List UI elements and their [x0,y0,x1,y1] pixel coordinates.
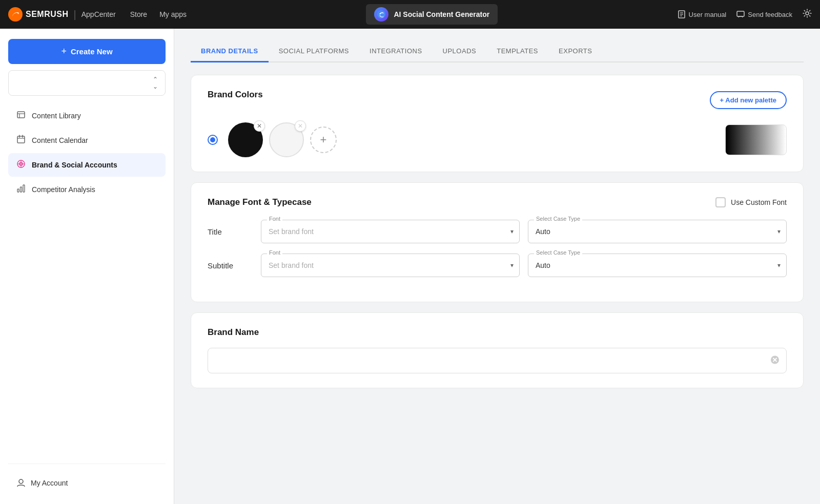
brand-name-card: Brand Name [191,312,804,388]
book-icon [678,10,686,18]
case-label-subtitle: Select Case Type [534,249,582,256]
subtitle-case-wrapper: Select Case Type Auto ▾ [528,254,787,277]
content-calendar-label: Content Calendar [32,136,88,144]
create-new-button[interactable]: + Create New [8,39,166,64]
topnav: SEMRUSH | AppCenter Store My apps AI Soc… [0,0,820,29]
use-custom-font-toggle[interactable]: Use Custom Font [715,197,787,207]
semrush-logo-icon [8,7,23,22]
sidebar: + Create New ⌃⌄ Content Library [0,29,174,504]
create-new-label: Create New [71,47,113,56]
subtitle-font-selects: Font Set brand font ▾ Select Case Type A… [261,254,787,277]
tabs-bar: BRAND DETAILS SOCIAL PLATFORMS INTEGRATI… [191,41,804,62]
color-selected-radio [208,135,218,145]
tab-brand-details[interactable]: BRAND DETAILS [191,41,269,62]
sidebar-item-content-library[interactable]: Content Library [8,104,166,128]
store-link[interactable]: Store [130,10,147,18]
content-calendar-icon [16,135,26,146]
color-remove-light[interactable]: ✕ [295,120,306,132]
brand-colors-title: Brand Colors [208,90,263,100]
send-feedback-label: Send feedback [748,11,792,18]
appcenter-label: AppCenter [81,10,116,18]
svg-point-22 [19,479,23,484]
sidebar-item-content-calendar[interactable]: Content Calendar [8,129,166,152]
svg-rect-19 [17,189,19,192]
plus-icon: + [61,46,67,57]
my-account-label: My Account [31,479,68,487]
brand-name-input-wrapper [208,348,787,373]
input-clear-icon[interactable] [770,355,780,366]
app-icon [374,7,388,22]
my-apps-link[interactable]: My apps [159,10,187,18]
color-swatch-light-wrapper[interactable]: ✕ [269,122,304,157]
sidebar-item-brand-social-accounts[interactable]: Brand & Social Accounts [8,153,166,177]
font-label-subtitle: Font [267,249,282,256]
tab-exports[interactable]: EXPORTS [548,41,602,62]
content-library-label: Content Library [32,112,81,120]
font-label-title: Font [267,216,282,222]
nav-divider: | [74,9,76,20]
semrush-wordmark: SEMRUSH [26,10,69,19]
add-color-button[interactable]: + [310,127,337,153]
font-row-title: Title Font Set brand font ▾ Select Case … [208,220,787,243]
sidebar-nav: Content Library Content Calendar [8,104,166,201]
title-font-selects: Font Set brand font ▾ Select Case Type A… [261,220,787,243]
layout: + Create New ⌃⌄ Content Library [0,29,820,504]
tab-uploads[interactable]: UPLOADS [433,41,487,62]
main-content: BRAND DETAILS SOCIAL PLATFORMS INTEGRATI… [174,29,820,504]
subtitle-case-select[interactable]: Auto [528,254,787,277]
app-title-pill: AI Social Content Generator [366,4,498,25]
subtitle-font-wrapper: Font Set brand font ▾ [261,254,520,277]
title-font-wrapper: Font Set brand font ▾ [261,220,520,243]
semrush-logo: SEMRUSH | AppCenter [8,7,116,22]
brand-social-accounts-label: Brand & Social Accounts [32,161,117,169]
svg-rect-8 [17,112,25,118]
color-remove-black[interactable]: ✕ [254,120,265,132]
font-row-subtitle: Subtitle Font Set brand font ▾ Select Ca… [208,254,787,277]
color-swatch-black-wrapper[interactable]: ✕ [228,122,263,157]
color-gradient-preview [725,124,787,155]
tab-integrations[interactable]: INTEGRATIONS [359,41,433,62]
topnav-links: Store My apps [130,10,187,18]
svg-rect-11 [17,136,25,143]
title-case-select[interactable]: Auto [528,220,787,243]
content-library-icon [16,110,26,121]
user-manual-label: User manual [689,11,727,18]
my-account-item[interactable]: My Account [8,472,166,494]
app-title-area: AI Social Content Generator [197,4,667,25]
case-label-title: Select Case Type [534,216,582,222]
settings-icon[interactable] [803,9,812,20]
brand-name-input[interactable] [208,348,787,373]
svg-rect-21 [23,185,25,192]
svg-point-0 [8,7,23,22]
title-font-label: Title [208,227,249,236]
title-font-select[interactable]: Set brand font [261,220,520,243]
color-swatch-radio [208,135,218,145]
chevron-icon: ⌃⌄ [153,76,158,90]
tab-templates[interactable]: TEMPLATES [486,41,548,62]
add-palette-label: + Add new palette [720,96,776,104]
subtitle-font-select[interactable]: Set brand font [261,254,520,277]
user-manual-action[interactable]: User manual [678,10,727,18]
font-section-title: Manage Font & Typecase [208,197,312,207]
brand-colors-header: Brand Colors + Add new palette [208,90,787,110]
workspace-dropdown[interactable]: ⌃⌄ [8,70,166,96]
add-palette-button[interactable]: + Add new palette [710,91,787,109]
svg-point-7 [806,12,809,15]
topnav-actions: User manual Send feedback [678,9,812,20]
send-feedback-action[interactable]: Send feedback [736,10,792,18]
brand-colors-card: Brand Colors + Add new palette [191,75,804,172]
custom-font-checkbox[interactable] [715,197,726,207]
tab-social-platforms[interactable]: SOCIAL PLATFORMS [269,41,359,62]
manage-font-card: Manage Font & Typecase Use Custom Font T… [191,182,804,302]
brand-name-title: Brand Name [208,327,787,338]
font-section-header: Manage Font & Typecase Use Custom Font [208,197,787,207]
svg-rect-20 [20,187,22,192]
account-icon [16,478,26,488]
title-case-wrapper: Select Case Type Auto ▾ [528,220,787,243]
feedback-icon [736,10,745,18]
use-custom-font-label: Use Custom Font [731,198,787,206]
brand-social-icon [16,159,26,171]
competitor-analysis-icon [16,184,26,195]
brand-colors-swatches: ✕ ✕ + [208,122,337,157]
sidebar-item-competitor-analysis[interactable]: Competitor Analysis [8,178,166,201]
